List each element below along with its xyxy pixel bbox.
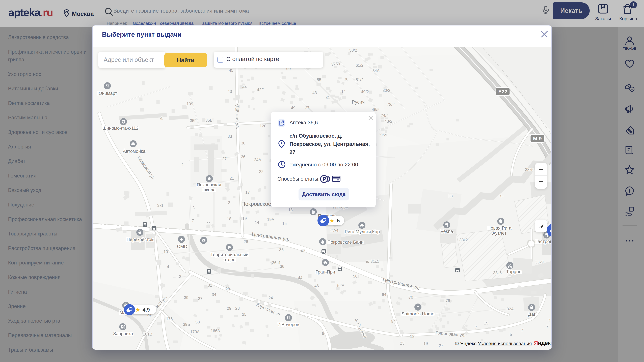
svg-text:45: 45 bbox=[229, 68, 234, 72]
svg-text:Гран-При: Гран-При bbox=[316, 270, 335, 275]
svg-text:18: 18 bbox=[410, 334, 414, 339]
svg-text:вл31с1: вл31с1 bbox=[366, 259, 379, 264]
svg-text:19: 19 bbox=[242, 216, 247, 221]
svg-text:14: 14 bbox=[341, 89, 346, 94]
svg-text:Рига Мульти Кар: Рига Мульти Кар bbox=[345, 229, 380, 234]
svg-text:Заправка: Заправка bbox=[113, 331, 133, 336]
svg-text:CMD: CMD bbox=[177, 244, 187, 249]
svg-text:E22: E22 bbox=[498, 89, 507, 94]
svg-text:Vesna: Vesna bbox=[440, 229, 453, 234]
svg-text:32: 32 bbox=[208, 283, 212, 287]
svg-text:4: 4 bbox=[167, 265, 169, 269]
svg-text:30: 30 bbox=[241, 141, 246, 145]
svg-text:33: 33 bbox=[448, 194, 453, 198]
svg-text:82А: 82А bbox=[507, 307, 514, 311]
svg-text:43: 43 bbox=[312, 90, 317, 95]
svg-text:36: 36 bbox=[280, 264, 284, 269]
svg-text:2: 2 bbox=[179, 274, 181, 279]
svg-text:33к2: 33к2 bbox=[459, 238, 468, 242]
svg-text:55: 55 bbox=[317, 77, 321, 82]
svg-text:28: 28 bbox=[226, 287, 230, 291]
svg-text:Перекрёсток: Перекрёсток bbox=[126, 237, 153, 242]
svg-text:10: 10 bbox=[164, 249, 168, 254]
svg-text:7: 7 bbox=[192, 219, 194, 223]
svg-text:11: 11 bbox=[207, 221, 211, 226]
svg-text:14: 14 bbox=[255, 220, 259, 225]
svg-text:7: 7 bbox=[521, 328, 523, 332]
svg-text:29: 29 bbox=[227, 306, 232, 311]
svg-text:17: 17 bbox=[245, 190, 250, 195]
svg-text:84А: 84А bbox=[372, 68, 380, 73]
svg-text:84: 84 bbox=[391, 319, 396, 324]
svg-text:166А: 166А bbox=[211, 329, 220, 333]
svg-text:44: 44 bbox=[242, 85, 247, 89]
svg-text:36: 36 bbox=[279, 247, 284, 252]
svg-text:★: ★ bbox=[135, 307, 140, 313]
svg-text:21: 21 bbox=[230, 176, 234, 180]
svg-text:★: ★ bbox=[330, 217, 334, 224]
svg-text:43: 43 bbox=[228, 89, 232, 94]
svg-text:Topgun: Topgun bbox=[506, 269, 522, 274]
svg-text:74/2: 74/2 bbox=[381, 113, 389, 118]
svg-text:35Г: 35Г bbox=[190, 118, 196, 123]
svg-text:5: 5 bbox=[337, 218, 340, 224]
svg-text:120: 120 bbox=[260, 124, 266, 128]
svg-text:22: 22 bbox=[259, 169, 264, 174]
svg-text:Территориальный: Территориальный bbox=[210, 252, 248, 257]
svg-text:15: 15 bbox=[282, 221, 287, 226]
svg-text:27: 27 bbox=[222, 157, 227, 161]
svg-text:43/2: 43/2 bbox=[384, 119, 392, 123]
svg-text:7: 7 bbox=[546, 324, 548, 329]
svg-text:42Г: 42Г bbox=[257, 87, 264, 92]
svg-text:49: 49 bbox=[291, 106, 296, 110]
svg-text:Saimon's Home: Saimon's Home bbox=[402, 311, 434, 317]
svg-text:6: 6 bbox=[322, 331, 324, 336]
svg-text:5: 5 bbox=[193, 205, 195, 209]
svg-text:27/4: 27/4 bbox=[330, 228, 338, 233]
svg-text:24: 24 bbox=[268, 296, 273, 300]
svg-text:отдел: отдел bbox=[224, 257, 236, 262]
svg-text:Автомойка: Автомойка bbox=[123, 149, 146, 154]
svg-text:Русич: Русич bbox=[352, 99, 365, 105]
svg-text:3к1: 3к1 bbox=[157, 203, 163, 208]
svg-text:19: 19 bbox=[424, 341, 428, 346]
svg-text:27: 27 bbox=[439, 343, 444, 348]
svg-text:33к5: 33к5 bbox=[525, 167, 534, 172]
svg-text:170А: 170А bbox=[190, 330, 200, 334]
svg-text:37: 37 bbox=[198, 296, 202, 301]
svg-text:Гастрови: Гастрови bbox=[535, 239, 552, 244]
svg-text:58/2: 58/2 bbox=[349, 48, 357, 52]
svg-text:Покровские Бани: Покровские Бани bbox=[327, 240, 364, 245]
svg-text:34: 34 bbox=[212, 292, 216, 297]
svg-text:Аутлет: Аутлет bbox=[492, 231, 506, 236]
svg-text:7 Вечеров: 7 Вечеров bbox=[278, 322, 299, 327]
svg-text:36с1: 36с1 bbox=[272, 260, 281, 265]
svg-text:26: 26 bbox=[244, 239, 248, 244]
svg-text:Покровское: Покровское bbox=[241, 201, 271, 207]
svg-text:36: 36 bbox=[344, 77, 348, 81]
svg-text:М-9: М-9 bbox=[533, 136, 542, 141]
svg-text:школа: школа bbox=[202, 187, 216, 192]
svg-text:53: 53 bbox=[196, 320, 200, 324]
svg-text:25: 25 bbox=[242, 312, 246, 317]
svg-text:18: 18 bbox=[227, 217, 232, 221]
svg-text:61/2: 61/2 bbox=[356, 63, 364, 67]
svg-text:23: 23 bbox=[235, 306, 240, 311]
svg-text:76: 76 bbox=[446, 298, 450, 303]
svg-text:31: 31 bbox=[326, 95, 330, 100]
svg-text:39: 39 bbox=[184, 295, 188, 300]
svg-text:78/2: 78/2 bbox=[387, 102, 395, 107]
svg-text:176: 176 bbox=[166, 317, 173, 321]
svg-text:Да!: Да! bbox=[528, 312, 535, 317]
svg-text:7: 7 bbox=[475, 325, 477, 329]
svg-text:51/2: 51/2 bbox=[356, 77, 364, 82]
svg-text:уч59: уч59 bbox=[332, 62, 340, 66]
svg-text:35Б: 35Б bbox=[206, 118, 212, 122]
svg-text:52А: 52А bbox=[337, 283, 344, 288]
svg-text:44: 44 bbox=[298, 276, 302, 280]
svg-text:15: 15 bbox=[484, 321, 488, 325]
svg-text:46: 46 bbox=[314, 284, 319, 288]
svg-text:109: 109 bbox=[186, 102, 193, 106]
svg-text:33: 33 bbox=[499, 194, 504, 198]
svg-text:Майская ул.: Майская ул. bbox=[234, 103, 240, 129]
